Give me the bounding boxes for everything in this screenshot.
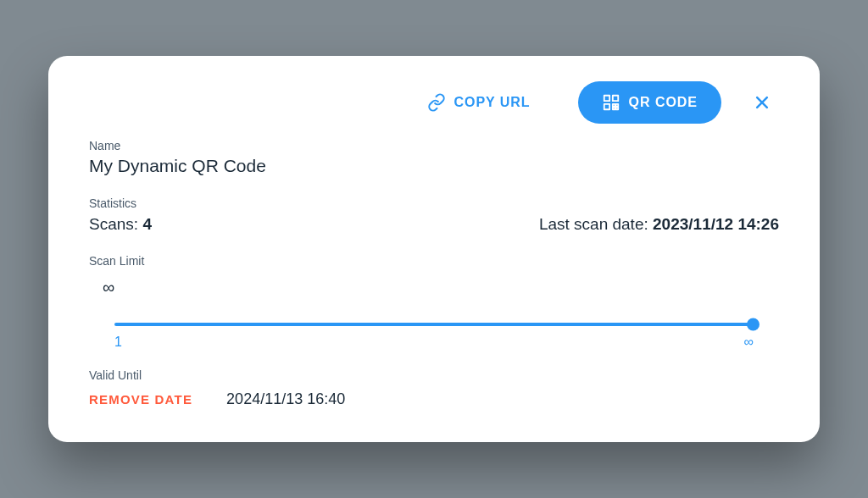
scans-label: Scans:: [89, 215, 138, 233]
close-icon: [754, 94, 771, 111]
qr-icon: [602, 93, 620, 112]
valid-until-section: Valid Until REMOVE DATE 2024/11/13 16:40: [89, 368, 779, 408]
valid-until-value[interactable]: 2024/11/13 16:40: [226, 390, 345, 408]
slider-thumb[interactable]: [747, 318, 760, 331]
svg-rect-4: [615, 108, 618, 110]
name-label: Name: [89, 139, 779, 152]
last-scan-value: 2023/11/12 14:26: [653, 215, 779, 233]
svg-rect-3: [612, 104, 615, 107]
slider-min-label: 1: [114, 335, 122, 350]
slider-range-labels: 1 ∞: [114, 335, 754, 350]
valid-until-label: Valid Until: [89, 368, 779, 382]
copy-url-label: COPY URL: [454, 95, 531, 110]
scan-limit-section: Scan Limit ∞ 1 ∞: [89, 254, 779, 350]
top-actions: COPY URL QR CODE: [89, 81, 779, 124]
name-value: My Dynamic QR Code: [89, 156, 779, 176]
close-button[interactable]: [745, 86, 779, 119]
qr-details-card: COPY URL QR CODE: [48, 56, 820, 442]
last-scan-stat: Last scan date: 2023/11/12 14:26: [539, 215, 779, 234]
scans-stat: Scans: 4: [89, 215, 152, 234]
scan-limit-current: ∞: [89, 271, 779, 306]
scan-limit-label: Scan Limit: [89, 254, 779, 268]
link-icon: [427, 93, 446, 112]
scan-limit-slider[interactable]: [114, 323, 754, 326]
remove-date-button[interactable]: REMOVE DATE: [89, 392, 192, 407]
statistics-section: Statistics Scans: 4 Last scan date: 2023…: [89, 196, 779, 234]
svg-rect-0: [604, 96, 609, 101]
svg-rect-6: [615, 104, 618, 107]
scans-value: 4: [142, 215, 152, 233]
qr-code-label: QR CODE: [629, 95, 698, 110]
copy-url-button[interactable]: COPY URL: [403, 81, 554, 124]
name-section: Name My Dynamic QR Code: [89, 139, 779, 176]
svg-rect-2: [604, 104, 609, 109]
last-scan-label: Last scan date:: [539, 215, 648, 233]
qr-code-button[interactable]: QR CODE: [578, 81, 721, 124]
svg-rect-5: [612, 108, 615, 110]
svg-rect-1: [612, 96, 617, 101]
statistics-label: Statistics: [89, 196, 779, 210]
slider-max-label: ∞: [744, 335, 754, 350]
